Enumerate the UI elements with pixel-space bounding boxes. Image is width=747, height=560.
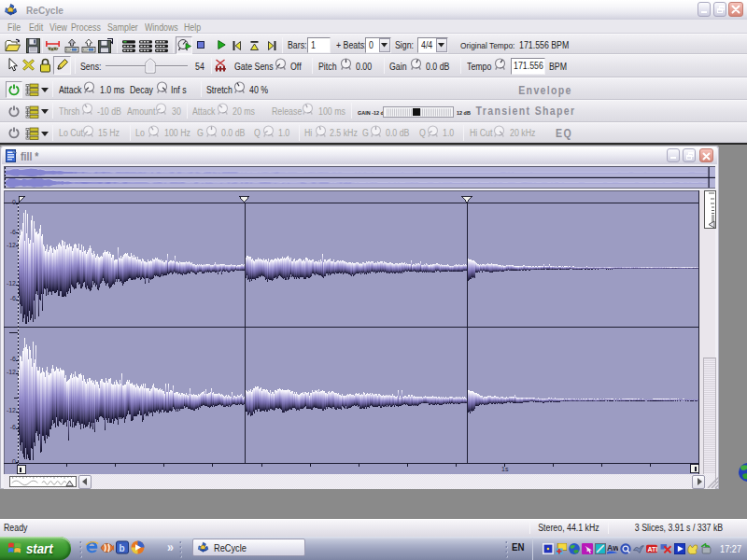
svg-text:Aw: Aw: [607, 543, 618, 553]
svg-text:-12: -12: [7, 280, 16, 287]
svg-text:-6: -6: [10, 295, 16, 301]
svg-text:1s: 1s: [501, 466, 509, 472]
svg-text:0: 0: [12, 457, 16, 464]
svg-text:ATI: ATI: [647, 546, 657, 553]
svg-text:b: b: [120, 543, 125, 553]
svg-text:-6: -6: [10, 424, 16, 430]
svg-text:0: 0: [12, 199, 16, 205]
svg-text:-12: -12: [7, 407, 16, 413]
svg-text:-12: -12: [7, 241, 16, 247]
svg-text:-6: -6: [10, 228, 16, 234]
svg-text:-12: -12: [7, 369, 16, 375]
svg-text:-6: -6: [10, 356, 16, 362]
